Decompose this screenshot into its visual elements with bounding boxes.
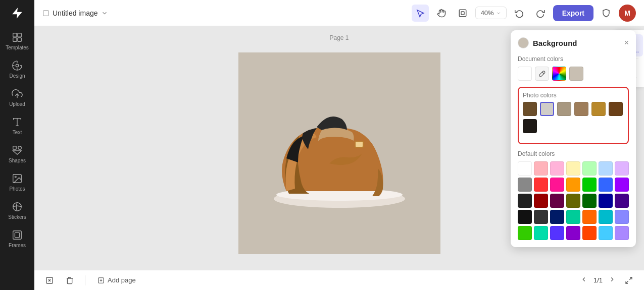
svg-line-32: [542, 72, 544, 74]
doc-color-white[interactable]: [518, 67, 532, 81]
default-color-23[interactable]: [550, 210, 564, 224]
photo-color-2[interactable]: [557, 102, 571, 116]
default-color-24[interactable]: [566, 210, 580, 224]
sidebar-item-upload[interactable]: Upload: [2, 84, 32, 111]
default-color-14[interactable]: [518, 194, 532, 208]
default-color-12[interactable]: [599, 178, 613, 192]
photo-colors-label: Photo colors: [523, 92, 624, 99]
frame-tool[interactable]: [454, 5, 471, 22]
export-button[interactable]: Export: [553, 5, 593, 21]
panel-header: Background ×: [518, 37, 629, 48]
svg-rect-9: [13, 146, 16, 149]
svg-rect-16: [15, 233, 19, 237]
default-color-30[interactable]: [550, 226, 564, 240]
sidebar-item-templates[interactable]: Templates: [2, 27, 32, 54]
default-color-27[interactable]: [615, 210, 629, 224]
select-tool[interactable]: [412, 5, 429, 22]
svg-rect-18: [459, 10, 466, 17]
default-color-17[interactable]: [566, 194, 580, 208]
background-color-indicator: [518, 37, 529, 48]
svg-rect-3: [13, 37, 17, 41]
svg-rect-4: [18, 37, 21, 41]
default-color-7[interactable]: [518, 178, 532, 192]
shield-button[interactable]: [598, 5, 615, 22]
delete-button[interactable]: [63, 273, 77, 287]
default-color-31[interactable]: [566, 226, 580, 240]
default-color-20[interactable]: [615, 194, 629, 208]
svg-point-13: [15, 176, 16, 178]
sidebar-item-frames[interactable]: Frames: [2, 225, 32, 252]
default-color-26[interactable]: [599, 210, 613, 224]
app-logo[interactable]: [8, 4, 26, 22]
photo-color-4[interactable]: [591, 102, 606, 116]
default-color-0[interactable]: [518, 161, 532, 176]
default-color-22[interactable]: [534, 210, 548, 224]
prev-page-button[interactable]: [578, 274, 589, 286]
default-color-18[interactable]: [582, 194, 597, 208]
user-avatar[interactable]: M: [619, 5, 636, 22]
default-color-9[interactable]: [550, 178, 564, 192]
svg-point-5: [16, 64, 19, 67]
add-page-button[interactable]: Add page: [93, 274, 140, 286]
doc-color-rainbow[interactable]: [552, 67, 566, 81]
default-color-15[interactable]: [534, 194, 548, 208]
default-color-32[interactable]: [582, 226, 597, 240]
default-color-6[interactable]: [615, 161, 629, 176]
svg-rect-1: [13, 33, 17, 36]
default-color-5[interactable]: [599, 161, 613, 176]
fullscreen-button[interactable]: [622, 273, 636, 287]
default-color-10[interactable]: [566, 178, 580, 192]
zoom-control[interactable]: 40%: [475, 7, 507, 19]
svg-rect-15: [13, 230, 22, 239]
document-colors-row: [518, 67, 629, 81]
page-number: 1/1: [593, 276, 603, 284]
default-color-13[interactable]: [615, 178, 629, 192]
svg-line-31: [626, 281, 628, 283]
sidebar-item-shapes[interactable]: Shapes: [2, 140, 32, 167]
sidebar-item-design[interactable]: Design: [2, 55, 32, 83]
panel-close-button[interactable]: ×: [624, 38, 629, 47]
svg-rect-2: [18, 33, 21, 36]
sidebar-item-photos[interactable]: Photos: [2, 168, 32, 196]
default-color-3[interactable]: [566, 161, 580, 176]
svg-rect-17: [43, 10, 49, 16]
default-color-8[interactable]: [534, 178, 548, 192]
photo-color-3[interactable]: [574, 102, 588, 116]
default-color-21[interactable]: [518, 210, 532, 224]
default-color-2[interactable]: [550, 161, 564, 176]
svg-point-14: [13, 202, 22, 211]
default-color-1[interactable]: [534, 161, 548, 176]
redo-button[interactable]: [532, 5, 549, 22]
default-color-19[interactable]: [599, 194, 613, 208]
canvas-page[interactable]: [238, 52, 440, 254]
doc-color-beige[interactable]: [569, 67, 583, 81]
add-to-favorites-button[interactable]: [42, 273, 57, 287]
svg-marker-0: [12, 8, 22, 19]
default-color-16[interactable]: [550, 194, 564, 208]
undo-button[interactable]: [511, 5, 528, 22]
svg-line-30: [629, 277, 632, 280]
next-page-button[interactable]: [607, 274, 618, 286]
default-color-4[interactable]: [582, 161, 597, 176]
sidebar-item-text[interactable]: Text: [2, 112, 32, 139]
svg-point-10: [18, 146, 21, 149]
default-color-11[interactable]: [582, 178, 597, 192]
photo-colors-section: Photo colors: [518, 87, 629, 144]
default-color-34[interactable]: [615, 226, 629, 240]
default-color-29[interactable]: [534, 226, 548, 240]
topbar: Untitled image 40% Export M: [34, 0, 644, 26]
photo-color-0[interactable]: [523, 102, 537, 116]
shoe-image: [259, 83, 420, 224]
panel-title-row: Background: [518, 37, 577, 48]
default-color-28[interactable]: [518, 226, 532, 240]
page-navigation: 1/1: [578, 273, 636, 287]
eyedropper-button[interactable]: [535, 67, 549, 81]
photo-color-1[interactable]: [540, 102, 554, 116]
photo-color-6[interactable]: [523, 119, 537, 133]
default-color-33[interactable]: [599, 226, 613, 240]
svg-marker-11: [13, 150, 22, 154]
default-color-25[interactable]: [582, 210, 597, 224]
hand-tool[interactable]: [433, 5, 450, 22]
photo-color-5[interactable]: [609, 102, 623, 116]
sidebar-item-stickers[interactable]: Stickers: [2, 197, 32, 224]
